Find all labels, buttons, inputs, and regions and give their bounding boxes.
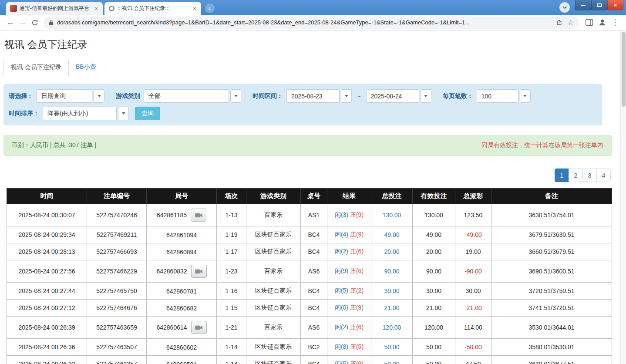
total-bet-link[interactable]: 90.00	[384, 268, 399, 275]
result-player: 闲(5)	[335, 287, 348, 294]
browser-tab-other-site[interactable]: 通宝-信誉最好的网上游戏平台 ×	[6, 2, 103, 15]
video-replay-button[interactable]	[191, 209, 206, 222]
pagination-page-3[interactable]: 3	[582, 169, 597, 182]
address-bar[interactable]: dorasabs.com/game/betrecord_search/kind3…	[44, 17, 579, 29]
browser-toolbar: ← → dorasabs.com/game/betrecord_search/k…	[0, 15, 626, 30]
minimize-button[interactable]	[575, 0, 591, 10]
pagination: 1234	[3, 169, 611, 182]
cell-round: 642860781	[147, 283, 217, 300]
column-header: 备注	[491, 189, 612, 204]
cell-result: 闲(5) 庄(9)	[327, 356, 371, 364]
browser-tab-strip: 通宝-信誉最好的网上游戏平台 × :::视讯 会员下注纪录::: × + ×	[0, 0, 626, 15]
cell-total-bet: 90.00	[371, 260, 413, 283]
cell-remark: 3741.51/3720.51	[491, 300, 612, 317]
new-tab-button[interactable]: +	[205, 3, 215, 13]
cell-result: 闲(2) 庄(6)	[327, 317, 371, 339]
profile-avatar-icon[interactable]	[596, 17, 609, 29]
chevron-down-icon[interactable]	[94, 89, 104, 103]
total-bet-link[interactable]: 120.00	[383, 324, 401, 331]
total-bet-link[interactable]: 50.00	[384, 361, 399, 364]
back-button[interactable]: ←	[4, 17, 17, 29]
round-number: 642861094	[166, 232, 197, 239]
date-start-value: 2025-08-23	[286, 89, 340, 103]
date-range-label: 时间区间：	[252, 92, 283, 100]
browser-menu-icon[interactable]: ⋮	[609, 17, 622, 29]
pagination-page-2[interactable]: 2	[569, 169, 583, 182]
round-number: 642860602	[166, 344, 197, 351]
date-start-select[interactable]: 2025-08-23	[286, 89, 352, 103]
date-range-separator: ~	[357, 92, 361, 100]
bookmark-star-icon[interactable]: ☆	[568, 19, 574, 26]
cell-session: 1-13	[217, 204, 246, 226]
forward-button[interactable]: →	[17, 17, 29, 29]
cell-valid-bet: 130.00	[413, 204, 455, 226]
scrollbar-thumb[interactable]	[622, 32, 626, 107]
total-bet-link[interactable]: 50.00	[384, 344, 399, 351]
column-header: 游戏类别	[246, 189, 301, 204]
total-bet-link[interactable]: 49.00	[384, 231, 399, 238]
chevron-down-icon[interactable]	[118, 107, 129, 120]
tab-search-chevron-icon[interactable]	[559, 2, 570, 13]
tab-bet-records[interactable]: 视讯 会员下注纪录	[3, 59, 69, 76]
tab-bb-tip[interactable]: BB小费	[69, 59, 103, 76]
cell-valid-bet: 120.00	[413, 317, 455, 339]
cell-total-bet: 50.00	[371, 356, 413, 364]
maximize-button[interactable]	[591, 0, 607, 10]
page-content: 视讯 会员下注纪录 视讯 会员下注纪录 BB小费 请选择： 日期查询 游戏类别 …	[0, 30, 620, 364]
cell-remark: 3660.51/3679.51	[491, 243, 612, 260]
chevron-down-icon[interactable]	[341, 89, 352, 103]
per-page-label: 每页笔数：	[443, 92, 473, 100]
cell-total-bet: 21.00	[371, 300, 413, 317]
total-bet-link[interactable]: 21.00	[384, 304, 399, 311]
total-bet-link[interactable]: 30.00	[384, 287, 399, 294]
page-scrollbar[interactable]	[620, 30, 626, 364]
video-replay-button[interactable]	[191, 321, 207, 334]
result-player: 闲(0)	[335, 304, 348, 311]
pagination-page-1[interactable]: 1	[555, 169, 569, 182]
close-window-button[interactable]: ×	[607, 0, 623, 10]
cell-time: 2025-08-24 00:26:33	[7, 356, 87, 364]
pagination-page-4[interactable]: 4	[596, 169, 611, 182]
filter-panel: 请选择： 日期查询 游戏类别 全部 时间区间： 2025-08-23 ~ 202…	[3, 84, 602, 125]
cell-game-type: 区块链百家乐	[246, 243, 301, 260]
browser-tab-active[interactable]: :::视讯 会员下注纪录::: ×	[104, 2, 201, 15]
query-type-value: 日期查询	[37, 89, 92, 103]
cell-session: 1-21	[217, 317, 246, 339]
refresh-button[interactable]	[29, 17, 41, 29]
chevron-down-icon[interactable]	[421, 89, 431, 103]
sort-value: 降幂(由大到小)	[43, 107, 117, 120]
search-button[interactable]: 查询	[135, 107, 160, 120]
cell-session: 1-16	[217, 283, 246, 300]
query-type-select[interactable]: 日期查询	[37, 89, 104, 103]
result-player: 闲(3)	[335, 211, 348, 218]
cell-payout: -21.00	[455, 300, 491, 317]
sort-select[interactable]: 降幂(由大到小)	[43, 107, 129, 120]
tab-close-icon[interactable]: ×	[191, 5, 198, 12]
total-bet-link[interactable]: 20.00	[384, 248, 399, 255]
video-replay-button[interactable]	[191, 265, 207, 278]
site-favicon	[10, 5, 17, 12]
column-header: 有效投注	[413, 189, 455, 204]
date-end-select[interactable]: 2025-08-24	[366, 89, 431, 103]
cell-round: 642861185	[147, 204, 217, 226]
chevron-down-icon[interactable]	[520, 89, 531, 103]
summary-bar: 币别：人民币 | 总共 :307 注单 | 同局有效投注，统一计算在该局第一张注…	[3, 135, 612, 156]
side-panel-icon[interactable]	[582, 17, 596, 29]
cell-valid-bet: 21.00	[413, 300, 455, 317]
share-icon[interactable]	[556, 19, 562, 26]
cell-payout: 19.00	[455, 243, 491, 260]
cell-remark: 3720.51/3750.51	[491, 283, 612, 300]
cell-result: 闲(9) 庄(6)	[327, 260, 371, 283]
cell-payout: -90.00	[455, 260, 491, 283]
date-end-value: 2025-08-24	[366, 89, 419, 103]
cell-time: 2025-08-24 00:27:56	[7, 260, 87, 283]
game-type-select[interactable]: 全部	[144, 89, 241, 103]
tab-close-icon[interactable]: ×	[93, 5, 100, 12]
cell-payout: 123.50	[455, 204, 491, 226]
browser-tab-title: 通宝-信誉最好的网上游戏平台	[20, 5, 90, 12]
total-bet-link[interactable]: 130.00	[383, 212, 401, 219]
chevron-down-icon[interactable]	[230, 89, 241, 103]
cell-total-bet: 50.00	[371, 339, 413, 356]
per-page-select[interactable]: 100	[477, 89, 531, 103]
round-number: 642860781	[166, 288, 197, 295]
